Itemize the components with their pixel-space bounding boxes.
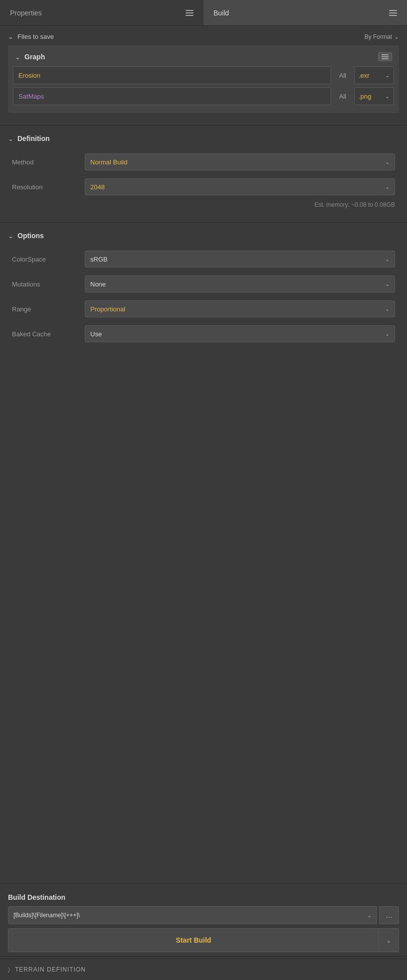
definition-chevron-icon: ⌄ xyxy=(8,135,13,142)
mutations-row: Mutations None ⌄ xyxy=(0,272,407,296)
mutations-select[interactable]: None ⌄ xyxy=(85,276,395,292)
start-build-row: Start Build ⌄ xyxy=(8,928,399,952)
terrain-definition-section[interactable]: 〉 TERRAIN DEFINITION xyxy=(0,959,407,980)
files-chevron-icon[interactable]: ⌄ xyxy=(8,33,13,40)
mutations-label: Mutations xyxy=(12,280,77,288)
start-build-button[interactable]: Start Build xyxy=(8,928,379,952)
baked-cache-select[interactable]: Use ⌄ xyxy=(85,325,395,342)
definition-title: Definition xyxy=(17,135,50,142)
resolution-chevron-icon: ⌄ xyxy=(385,184,390,190)
tab-build-label: Build xyxy=(213,9,229,17)
divider-1 xyxy=(0,125,407,126)
satmaps-file-name: SatMaps xyxy=(13,87,331,105)
terrain-definition-title: TERRAIN DEFINITION xyxy=(15,966,86,973)
baked-cache-label: Baked Cache xyxy=(12,330,77,338)
satmaps-format-value: .png xyxy=(359,93,371,100)
terrain-chevron-icon: 〉 xyxy=(8,966,10,973)
method-row: Method Normal Build ⌄ xyxy=(0,149,407,174)
build-destination-path: [Builds]\[Filename]\[+++]\ xyxy=(13,912,80,919)
build-menu-icon[interactable] xyxy=(389,10,397,16)
by-format-button[interactable]: By Format ⌄ xyxy=(365,33,399,40)
build-destination-section: Build Destination [Builds]\[Filename]\[+… xyxy=(0,885,407,954)
options-title: Options xyxy=(17,232,44,240)
resolution-value: 2048 xyxy=(90,183,105,191)
mutations-value: None xyxy=(90,280,106,288)
baked-cache-row: Baked Cache Use ⌄ xyxy=(0,321,407,346)
colorspace-row: ColorSpace sRGB ⌄ xyxy=(0,247,407,272)
mutations-chevron-icon: ⌄ xyxy=(385,281,390,287)
start-build-arrow-icon: ⌄ xyxy=(386,937,392,944)
resolution-select[interactable]: 2048 ⌄ xyxy=(85,178,395,195)
empty-area xyxy=(0,354,407,881)
baked-cache-value: Use xyxy=(90,330,102,338)
graph-menu-button[interactable] xyxy=(378,52,392,61)
graph-section: ⌄ Graph Erosion All .exr ⌄ xyxy=(8,45,399,113)
method-value: Normal Build xyxy=(90,158,127,166)
method-label: Method xyxy=(12,158,77,166)
divider-3 xyxy=(0,883,407,883)
satmaps-format-select[interactable]: .png ⌄ xyxy=(354,87,394,105)
tab-properties[interactable]: Properties xyxy=(0,0,204,25)
build-destination-row: [Builds]\[Filename]\[+++]\ ⌄ ... xyxy=(8,906,399,924)
colorspace-value: sRGB xyxy=(90,256,108,263)
options-section: ⌄ Options ColorSpace sRGB ⌄ Mutations No… xyxy=(0,225,407,354)
range-select[interactable]: Proportional ⌄ xyxy=(85,300,395,317)
files-to-save-section: ⌄ Files to save By Format ⌄ ⌄ Graph Eros… xyxy=(0,26,407,123)
graph-title: Graph xyxy=(24,53,45,61)
baked-cache-chevron-icon: ⌄ xyxy=(385,331,390,337)
erosion-format-chevron-icon: ⌄ xyxy=(385,72,390,79)
satmaps-file-row: SatMaps All .png ⌄ xyxy=(13,87,394,105)
colorspace-label: ColorSpace xyxy=(12,256,77,263)
colorspace-chevron-icon: ⌄ xyxy=(385,256,390,263)
range-label: Range xyxy=(12,305,77,313)
divider-2 xyxy=(0,222,407,223)
resolution-row: Resolution 2048 ⌄ xyxy=(0,174,407,199)
resolution-label: Resolution xyxy=(12,183,77,191)
divider-4 xyxy=(0,956,407,957)
satmaps-format-chevron-icon: ⌄ xyxy=(385,93,390,100)
erosion-file-name: Erosion xyxy=(13,66,331,84)
colorspace-select[interactable]: sRGB ⌄ xyxy=(85,251,395,268)
erosion-all-label: All xyxy=(335,72,350,79)
erosion-format-value: .exr xyxy=(359,72,370,79)
build-destination-title: Build Destination xyxy=(8,893,399,901)
method-chevron-icon: ⌄ xyxy=(385,159,390,165)
graph-chevron-icon[interactable]: ⌄ xyxy=(15,53,20,61)
build-dest-chevron-icon: ⌄ xyxy=(367,912,372,919)
erosion-format-select[interactable]: .exr ⌄ xyxy=(354,66,394,84)
tab-properties-label: Properties xyxy=(10,9,42,17)
options-chevron-icon: ⌄ xyxy=(8,232,13,240)
est-memory-text: Est. memory: ~0.08 to 0.08GB xyxy=(0,199,407,212)
erosion-file-row: Erosion All .exr ⌄ xyxy=(13,66,394,84)
files-header: ⌄ Files to save By Format ⌄ xyxy=(0,26,407,45)
by-format-chevron-icon: ⌄ xyxy=(394,33,399,40)
definition-header[interactable]: ⌄ Definition xyxy=(0,128,407,149)
build-destination-browse-button[interactable]: ... xyxy=(379,906,399,924)
range-value: Proportional xyxy=(90,305,125,313)
files-title: Files to save xyxy=(17,33,54,40)
tab-bar: Properties Build xyxy=(0,0,407,26)
range-chevron-icon: ⌄ xyxy=(385,306,390,312)
method-select[interactable]: Normal Build ⌄ xyxy=(85,153,395,170)
graph-header: ⌄ Graph xyxy=(13,50,394,66)
properties-menu-icon[interactable] xyxy=(186,10,194,16)
start-build-arrow-button[interactable]: ⌄ xyxy=(379,928,399,952)
satmaps-all-label: All xyxy=(335,93,350,100)
range-row: Range Proportional ⌄ xyxy=(0,296,407,321)
options-header[interactable]: ⌄ Options xyxy=(0,225,407,247)
definition-section: ⌄ Definition Method Normal Build ⌄ Resol… xyxy=(0,128,407,220)
tab-build[interactable]: Build xyxy=(204,0,407,25)
build-destination-input[interactable]: [Builds]\[Filename]\[+++]\ ⌄ xyxy=(8,906,377,924)
